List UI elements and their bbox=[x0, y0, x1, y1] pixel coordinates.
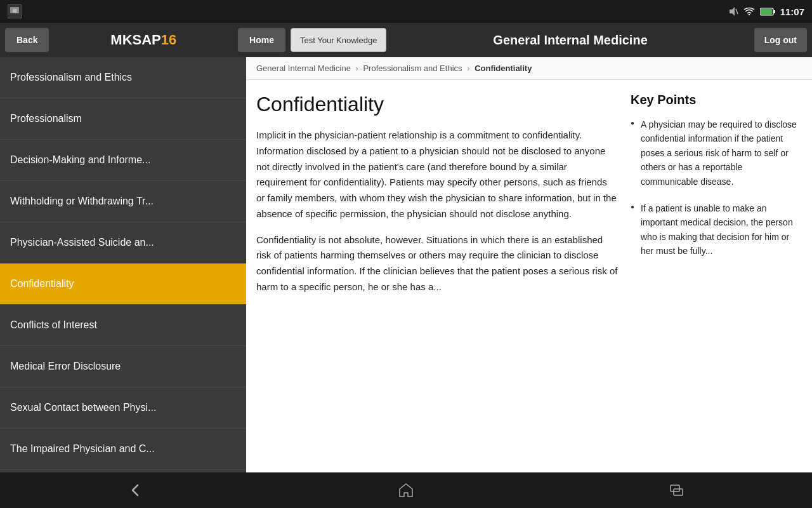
breadcrumb-sep1: › bbox=[355, 64, 358, 73]
article-paragraph-2: Confidentiality is not absolute, however… bbox=[256, 232, 618, 295]
svg-rect-9 bbox=[674, 489, 683, 495]
app-name: MKSAP bbox=[110, 32, 160, 48]
sidebar-item-professionalism-and-ethics[interactable]: Professionalism and Ethics bbox=[0, 57, 246, 98]
home-nav-button[interactable] bbox=[378, 476, 434, 504]
sidebar-item-withholding[interactable]: Withholding or Withdrawing Tr... bbox=[0, 181, 246, 222]
sidebar-item-conflicts-of-interest[interactable]: Conflicts of Interest bbox=[0, 305, 246, 346]
top-nav: Back MKSAP16 Home Test Your Knowledge Ge… bbox=[0, 23, 812, 57]
sidebar-item-sexual-contact[interactable]: Sexual Contact between Physi... bbox=[0, 387, 246, 429]
breadcrumb-sep2: › bbox=[467, 64, 469, 73]
article-paragraph-1: Implicit in the physician-patient relati… bbox=[256, 128, 618, 222]
wifi-icon bbox=[743, 7, 755, 16]
svg-rect-8 bbox=[671, 485, 679, 491]
sidebar-item-physician-assisted[interactable]: Physician-Assisted Suicide an... bbox=[0, 222, 246, 264]
svg-marker-2 bbox=[730, 7, 735, 16]
bottom-nav bbox=[0, 472, 812, 508]
home-button[interactable]: Home bbox=[238, 28, 285, 52]
recent-apps-icon bbox=[668, 481, 686, 499]
app-version: 16 bbox=[161, 32, 176, 48]
svg-rect-7 bbox=[761, 9, 772, 15]
svg-line-3 bbox=[736, 9, 738, 14]
key-points-panel: Key Points A physician may be required t… bbox=[631, 93, 802, 460]
recents-nav-button[interactable] bbox=[649, 476, 705, 504]
key-point-1: A physician may be required to disclose … bbox=[631, 117, 802, 189]
breadcrumb-current: Confidentiality bbox=[475, 64, 532, 73]
sidebar-item-medical-error[interactable]: Medical Error Disclosure bbox=[0, 346, 246, 387]
key-point-2: If a patient is unable to make an import… bbox=[631, 201, 802, 258]
section-title: General Internal Medicine bbox=[391, 33, 749, 48]
sidebar-item-professionalism[interactable]: Professionalism bbox=[0, 98, 246, 140]
breadcrumb: General Internal Medicine › Professional… bbox=[246, 57, 812, 80]
back-button[interactable]: Back bbox=[5, 28, 49, 52]
svg-point-4 bbox=[748, 14, 749, 15]
clock: 11:07 bbox=[780, 6, 804, 17]
logout-button[interactable]: Log out bbox=[754, 28, 807, 52]
content-area: General Internal Medicine › Professional… bbox=[246, 57, 812, 472]
main-layout: Professionalism and EthicsProfessionalis… bbox=[0, 57, 812, 472]
breadcrumb-level2[interactable]: Professionalism and Ethics bbox=[363, 64, 462, 73]
status-bar-left: ▤ bbox=[8, 4, 22, 18]
notification-icon: ▤ bbox=[8, 4, 22, 18]
key-points-title: Key Points bbox=[631, 93, 802, 107]
test-knowledge-button[interactable]: Test Your Knowledge bbox=[291, 28, 386, 52]
article-main: Confidentiality Implicit in the physicia… bbox=[256, 93, 618, 460]
key-points-list: A physician may be required to disclose … bbox=[631, 117, 802, 258]
mute-icon bbox=[728, 6, 738, 17]
sidebar-item-impaired-physician[interactable]: The Impaired Physician and C... bbox=[0, 429, 246, 470]
svg-rect-6 bbox=[773, 10, 775, 13]
sidebar-item-decision-making[interactable]: Decision-Making and Informe... bbox=[0, 140, 246, 181]
sidebar-item-confidentiality[interactable]: Confidentiality bbox=[0, 264, 246, 305]
article-wrapper: Confidentiality Implicit in the physicia… bbox=[246, 80, 812, 472]
back-nav-button[interactable] bbox=[107, 476, 163, 504]
sidebar: Professionalism and EthicsProfessionalis… bbox=[0, 57, 246, 472]
battery-icon bbox=[760, 8, 775, 16]
breadcrumb-level1[interactable]: General Internal Medicine bbox=[256, 64, 351, 73]
app-title: MKSAP16 bbox=[54, 32, 233, 48]
home-icon bbox=[397, 481, 415, 499]
status-bar-right: 11:07 bbox=[728, 6, 804, 17]
status-bar: ▤ 11:07 bbox=[0, 0, 812, 23]
article-title: Confidentiality bbox=[256, 93, 618, 116]
back-arrow-icon bbox=[126, 481, 144, 499]
svg-text:▤: ▤ bbox=[13, 8, 17, 13]
